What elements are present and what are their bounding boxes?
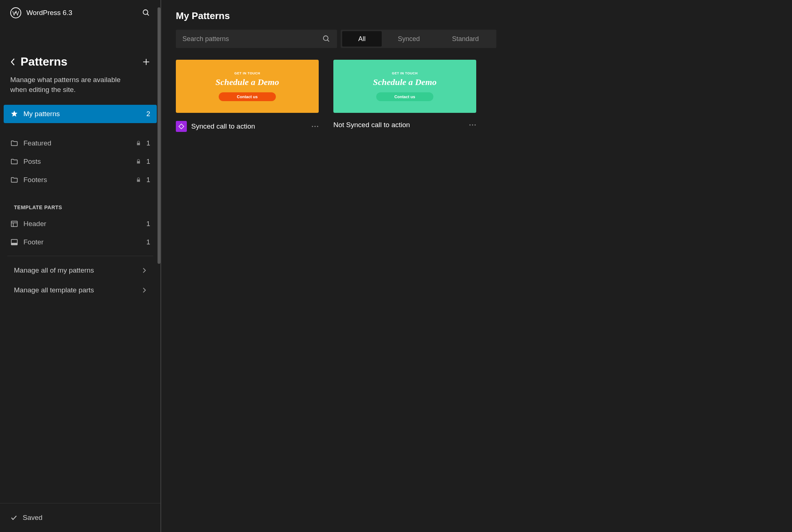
sidebar-item-label: Header [23, 220, 141, 228]
sidebar-item-label: My patterns [23, 110, 141, 118]
svg-point-14 [469, 124, 470, 125]
svg-point-13 [317, 126, 318, 127]
search-icon [322, 35, 330, 43]
check-icon [10, 514, 18, 521]
chevron-right-icon [142, 267, 147, 273]
filter-tab-synced[interactable]: Synced [382, 31, 436, 47]
header-layout-icon [10, 220, 18, 228]
sidebar-item-count: 1 [146, 176, 150, 184]
synced-badge-icon [176, 121, 187, 132]
svg-point-12 [314, 126, 315, 127]
search-input[interactable] [182, 35, 322, 43]
svg-point-16 [474, 124, 475, 125]
scrollbar[interactable] [158, 7, 160, 264]
pattern-preview: GET IN TOUCH Schedule a Demo Contact us [333, 60, 476, 113]
lock-icon [136, 177, 141, 182]
svg-line-10 [327, 40, 329, 42]
footer-layout-icon [10, 238, 18, 246]
chevron-right-icon [142, 287, 147, 293]
pattern-title: Synced call to action [191, 122, 307, 130]
sidebar-item-featured[interactable]: Featured 1 [4, 134, 157, 152]
manage-all-patterns-link[interactable]: Manage all of my patterns [4, 261, 157, 280]
sidebar-item-label: Featured [23, 139, 134, 147]
svg-point-15 [472, 124, 473, 125]
preview-heading: Schedule a Demo [373, 77, 436, 87]
sidebar-item-footers[interactable]: Footers 1 [4, 171, 157, 189]
preview-eyebrow: GET IN TOUCH [234, 71, 260, 75]
preview-button: Contact us [376, 92, 434, 101]
preview-button: Contact us [219, 92, 276, 101]
sidebar-item-count: 1 [146, 158, 150, 166]
template-parts-heading: TEMPLATE PARTS [4, 200, 157, 215]
search-patterns-box[interactable] [176, 30, 337, 48]
sidebar-item-count: 1 [146, 238, 150, 246]
saved-label: Saved [23, 514, 42, 522]
sidebar-item-count: 1 [146, 139, 150, 147]
sidebar-item-header-template[interactable]: Header 1 [4, 215, 157, 233]
pattern-card[interactable]: GET IN TOUCH Schedule a Demo Contact us … [333, 60, 476, 132]
filter-tab-all[interactable]: All [342, 31, 382, 47]
lock-icon [136, 141, 141, 146]
open-command-palette-button[interactable] [142, 9, 150, 17]
svg-point-9 [323, 36, 328, 41]
manage-label: Manage all template parts [14, 286, 142, 294]
site-title: WordPress 6.3 [26, 9, 137, 17]
sidebar-item-count: 2 [146, 110, 150, 118]
sidebar-item-label: Footer [23, 238, 141, 246]
sidebar-item-label: Posts [23, 158, 134, 166]
more-options-button[interactable] [311, 125, 319, 128]
manage-all-template-parts-link[interactable]: Manage all template parts [4, 280, 157, 300]
manage-label: Manage all of my patterns [14, 266, 142, 274]
sidebar-item-posts[interactable]: Posts 1 [4, 152, 157, 171]
sidebar-item-my-patterns[interactable]: My patterns 2 [4, 105, 157, 123]
svg-point-0 [143, 10, 148, 15]
add-pattern-button[interactable] [142, 58, 150, 66]
more-options-button[interactable] [469, 123, 476, 126]
svg-point-11 [312, 126, 313, 127]
save-status: Saved [0, 503, 160, 532]
star-icon [10, 110, 18, 118]
pattern-card[interactable]: GET IN TOUCH Schedule a Demo Contact us … [176, 60, 319, 132]
page-description: Manage what patterns are available when … [0, 72, 139, 105]
divider [7, 256, 153, 256]
svg-line-1 [147, 14, 149, 16]
pattern-preview: GET IN TOUCH Schedule a Demo Contact us [176, 60, 319, 113]
lock-icon [136, 159, 141, 164]
back-button[interactable] [10, 58, 15, 66]
filter-tab-standard[interactable]: Standard [436, 31, 495, 47]
main-title: My Patterns [176, 10, 777, 22]
folder-icon [10, 139, 18, 147]
folder-icon [10, 158, 18, 166]
folder-icon [10, 176, 18, 184]
preview-eyebrow: GET IN TOUCH [392, 71, 418, 75]
page-title: Patterns [21, 55, 137, 69]
sidebar-item-count: 1 [146, 220, 150, 228]
sidebar-item-footer-template[interactable]: Footer 1 [4, 233, 157, 251]
svg-rect-4 [11, 221, 18, 227]
svg-rect-8 [11, 243, 18, 245]
filter-tabs: All Synced Standard [341, 30, 496, 48]
wordpress-logo-icon[interactable] [10, 7, 21, 18]
sidebar-item-label: Footers [23, 176, 134, 184]
preview-heading: Schedule a Demo [215, 77, 279, 87]
pattern-title: Not Synced call to action [333, 121, 465, 129]
